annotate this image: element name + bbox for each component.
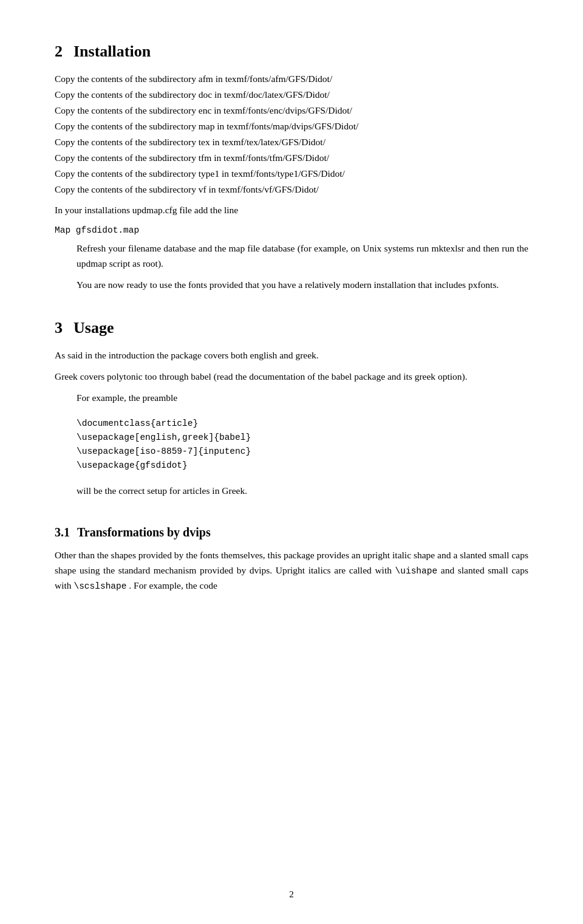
section-2-number: 2	[55, 43, 63, 60]
code-line-2: \usepackage[english,greek]{babel}	[77, 431, 528, 445]
section-transformations: 3.1Transformations by dvips Other than t…	[55, 525, 528, 594]
copy-line-6: Copy the contents of the subdirectory tf…	[55, 151, 528, 165]
transform-para1: Other than the shapes provided by the fo…	[55, 548, 528, 594]
map-key-code: Map gfsdidot.map	[55, 225, 139, 235]
ready-para: You are now ready to use the fonts provi…	[77, 278, 528, 293]
section-usage: 3Usage As said in the introduction the p…	[55, 319, 528, 499]
section-3-heading: 3Usage	[55, 319, 528, 337]
section-31-title: Transformations by dvips	[77, 525, 211, 539]
transform-para1-end: . For example, the code	[129, 580, 217, 590]
copy-line-7: Copy the contents of the subdirectory ty…	[55, 166, 528, 181]
section-31-heading: 3.1Transformations by dvips	[55, 525, 528, 539]
map-key-line: Map gfsdidot.map	[55, 224, 528, 235]
code-line-1: \documentclass{article}	[77, 417, 528, 431]
section-3-number: 3	[55, 319, 63, 337]
copy-line-3: Copy the contents of the subdirectory en…	[55, 103, 528, 118]
usage-para1: As said in the introduction the package …	[55, 348, 528, 363]
section-31-number: 3.1	[55, 525, 70, 539]
transform-inline1: \uishape	[395, 566, 438, 576]
copy-line-5: Copy the contents of the subdirectory te…	[55, 135, 528, 149]
usage-para2: Greek covers polytonic too through babel…	[55, 369, 528, 385]
usage-para4: will be the correct setup for articles i…	[77, 484, 528, 499]
updmap-line: In your installations updmap.cfg file ad…	[55, 203, 528, 218]
refresh-para: Refresh your filename database and the m…	[77, 241, 528, 272]
copy-line-4: Copy the contents of the subdirectory ma…	[55, 119, 528, 134]
copy-lines-list: Copy the contents of the subdirectory af…	[55, 72, 528, 197]
transform-inline2: \scslshape	[73, 581, 126, 591]
copy-line-8: Copy the contents of the subdirectory vf…	[55, 182, 528, 197]
usage-code-block: \documentclass{article} \usepackage[engl…	[77, 417, 528, 473]
section-2-title: Installation	[73, 43, 151, 60]
section-2-heading: 2Installation	[55, 43, 528, 61]
page: 2Installation Copy the contents of the s…	[0, 0, 583, 924]
code-line-3: \usepackage[iso-8859-7]{inputenc}	[77, 445, 528, 459]
copy-line-2: Copy the contents of the subdirectory do…	[55, 87, 528, 102]
section-installation: 2Installation Copy the contents of the s…	[55, 43, 528, 292]
page-number: 2	[289, 889, 294, 900]
usage-para3: For example, the preamble	[77, 391, 528, 406]
section-3-title: Usage	[73, 319, 114, 337]
copy-line-1: Copy the contents of the subdirectory af…	[55, 72, 528, 86]
code-line-4: \usepackage{gfsdidot}	[77, 459, 528, 473]
